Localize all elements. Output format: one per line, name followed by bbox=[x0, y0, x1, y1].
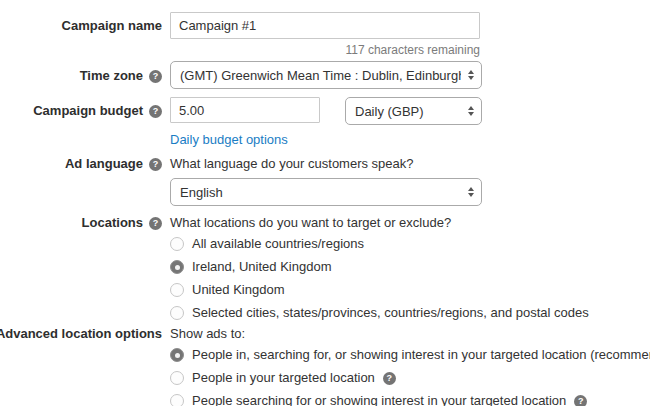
campaign-name-label: Campaign name bbox=[62, 18, 162, 34]
budget-period-select[interactable]: Daily (GBP) bbox=[345, 97, 482, 125]
time-zone-select[interactable]: (GMT) Greenwich Mean Time : Dublin, Edin… bbox=[170, 61, 482, 89]
campaign-budget-control: Daily (GBP) Daily budget options bbox=[170, 97, 650, 148]
radio-unselected-icon[interactable] bbox=[170, 283, 184, 297]
radio-option[interactable]: Ireland, United Kingdom bbox=[170, 259, 650, 275]
radio-option[interactable]: People in, searching for, or showing int… bbox=[170, 347, 650, 363]
time-zone-label-cell: Time zone ? bbox=[0, 61, 162, 84]
campaign-settings-form: Campaign name 117 characters remaining T… bbox=[0, 0, 650, 406]
help-icon[interactable]: ? bbox=[383, 372, 396, 385]
radio-option-label: People in, searching for, or showing int… bbox=[192, 347, 650, 363]
radio-option-label: People searching for or showing interest… bbox=[192, 393, 566, 406]
advanced-location-options-label: Advanced location options bbox=[0, 326, 162, 342]
budget-amount-input[interactable] bbox=[170, 97, 320, 123]
radio-option[interactable]: United Kingdom bbox=[170, 282, 650, 298]
row-campaign-name: Campaign name 117 characters remaining bbox=[0, 12, 650, 57]
campaign-name-input[interactable] bbox=[170, 12, 480, 39]
radio-option[interactable]: All available countries/regions bbox=[170, 236, 650, 252]
radio-unselected-icon[interactable] bbox=[170, 394, 184, 406]
radio-option-label: People in your targeted location bbox=[192, 370, 375, 386]
ad-language-label: Ad language bbox=[65, 156, 143, 172]
radio-selected-icon[interactable] bbox=[170, 260, 184, 274]
select-stepper-icon bbox=[468, 187, 474, 197]
radio-option[interactable]: People in your targeted location? bbox=[170, 370, 650, 386]
time-zone-selected-value: (GMT) Greenwich Mean Time : Dublin, Edin… bbox=[180, 68, 461, 83]
help-icon[interactable]: ? bbox=[149, 70, 162, 83]
locations-radio-group: All available countries/regionsIreland, … bbox=[170, 236, 650, 321]
locations-label: Locations bbox=[82, 215, 143, 231]
characters-remaining-hint: 117 characters remaining bbox=[170, 43, 480, 57]
time-zone-control: (GMT) Greenwich Mean Time : Dublin, Edin… bbox=[170, 61, 650, 89]
radio-option[interactable]: People searching for or showing interest… bbox=[170, 393, 650, 406]
help-icon[interactable]: ? bbox=[149, 158, 162, 171]
advanced-location-options-label-cell: Advanced location options bbox=[0, 326, 162, 342]
radio-option-label: All available countries/regions bbox=[192, 236, 364, 252]
select-stepper-icon bbox=[468, 106, 474, 116]
time-zone-label: Time zone bbox=[80, 68, 143, 84]
help-icon[interactable]: ? bbox=[149, 217, 162, 230]
help-icon[interactable]: ? bbox=[149, 105, 162, 118]
radio-unselected-icon[interactable] bbox=[170, 371, 184, 385]
ad-language-selected-value: English bbox=[180, 185, 461, 200]
row-advanced-location-options: Advanced location options Show ads to: P… bbox=[0, 326, 650, 406]
locations-question: What locations do you want to target or … bbox=[170, 215, 650, 231]
advanced-location-radio-group: People in, searching for, or showing int… bbox=[170, 347, 650, 406]
campaign-budget-label: Campaign budget bbox=[33, 103, 143, 119]
ad-language-select[interactable]: English bbox=[170, 178, 482, 206]
campaign-name-control: 117 characters remaining bbox=[170, 12, 650, 57]
row-time-zone: Time zone ? (GMT) Greenwich Mean Time : … bbox=[0, 61, 650, 89]
budget-period-selected-value: Daily (GBP) bbox=[355, 104, 461, 119]
radio-option-label: Selected cities, states/provinces, count… bbox=[192, 305, 589, 321]
row-ad-language: Ad language ? What language do your cust… bbox=[0, 156, 650, 206]
radio-unselected-icon[interactable] bbox=[170, 306, 184, 320]
select-stepper-icon bbox=[468, 70, 474, 80]
radio-option-label: Ireland, United Kingdom bbox=[192, 259, 331, 275]
ad-language-label-cell: Ad language ? bbox=[0, 156, 162, 172]
row-campaign-budget: Campaign budget ? Daily (GBP) Daily budg… bbox=[0, 97, 650, 148]
ad-language-control: What language do your customers speak? E… bbox=[170, 156, 650, 206]
ad-language-question: What language do your customers speak? bbox=[170, 156, 650, 172]
locations-label-cell: Locations ? bbox=[0, 215, 162, 231]
radio-option-label: United Kingdom bbox=[192, 282, 285, 298]
help-icon[interactable]: ? bbox=[574, 395, 587, 406]
campaign-budget-label-cell: Campaign budget ? bbox=[0, 97, 162, 119]
radio-unselected-icon[interactable] bbox=[170, 237, 184, 251]
locations-control: What locations do you want to target or … bbox=[170, 215, 650, 321]
campaign-name-label-cell: Campaign name bbox=[0, 12, 162, 34]
show-ads-to-question: Show ads to: bbox=[170, 326, 650, 342]
daily-budget-options-link[interactable]: Daily budget options bbox=[170, 132, 288, 148]
radio-selected-icon[interactable] bbox=[170, 348, 184, 362]
row-locations: Locations ? What locations do you want t… bbox=[0, 215, 650, 321]
radio-option[interactable]: Selected cities, states/provinces, count… bbox=[170, 305, 650, 321]
advanced-location-options-control: Show ads to: People in, searching for, o… bbox=[170, 326, 650, 406]
